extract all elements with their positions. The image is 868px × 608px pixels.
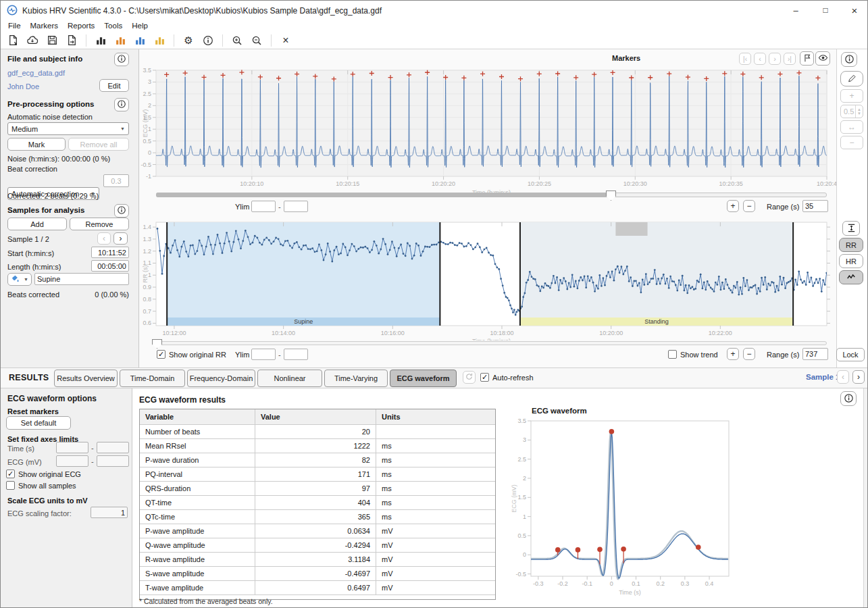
trend-view-button[interactable]: [839, 270, 863, 284]
file-name-link[interactable]: gdf_ecg_data.gdf: [7, 69, 65, 77]
ylim-min-field-top[interactable]: [251, 201, 276, 212]
tab-time-domain[interactable]: Time-Domain: [120, 370, 185, 387]
hr-view-button[interactable]: HR: [839, 254, 863, 268]
table-row[interactable]: Mean RRsel1222ms: [140, 438, 495, 453]
show-all-samples-checkbox[interactable]: [6, 481, 15, 490]
table-row[interactable]: S-wave amplitude-0.4697mV: [140, 566, 495, 580]
zoom-in-icon[interactable]: [229, 33, 245, 48]
range-decrease-button-top[interactable]: −: [743, 200, 755, 212]
close-file-icon[interactable]: ×: [278, 33, 294, 48]
time-min-field[interactable]: [56, 442, 88, 453]
sample-color-dropdown[interactable]: ▼: [7, 273, 32, 286]
file-info-help-button[interactable]: [114, 53, 129, 66]
last-marker-button[interactable]: ›|: [784, 53, 796, 65]
remove-all-button[interactable]: Remove all: [68, 138, 129, 151]
remove-sample-button[interactable]: Remove: [70, 218, 129, 230]
ylim-max-field-top[interactable]: [284, 201, 308, 212]
sample-start-field[interactable]: [91, 247, 129, 258]
tab-frequency-domain[interactable]: Frequency-Domain: [187, 370, 255, 387]
report-black-icon[interactable]: [93, 33, 109, 48]
first-marker-button[interactable]: |‹: [739, 53, 751, 65]
sample-length-field[interactable]: [91, 260, 129, 272]
set-default-button[interactable]: Set default: [6, 416, 71, 430]
samples-help-button[interactable]: [114, 204, 129, 218]
table-row[interactable]: P-wave amplitude0.0634mV: [140, 524, 495, 538]
maximize-button[interactable]: □: [811, 1, 840, 20]
close-button[interactable]: ×: [840, 1, 868, 20]
show-markers-button[interactable]: [815, 51, 830, 66]
add-beat-button[interactable]: +: [840, 89, 863, 103]
move-beat-button[interactable]: ↔: [840, 120, 863, 134]
range-increase-button-top[interactable]: +: [727, 200, 739, 212]
ylim-min-field-bottom[interactable]: [251, 349, 276, 360]
rr-scrollbar-track[interactable]: [156, 341, 827, 345]
ecg-min-field[interactable]: [56, 455, 88, 467]
refresh-button[interactable]: [463, 371, 476, 384]
table-row[interactable]: PQ-interval171ms: [140, 467, 495, 481]
ecg-waveform-plot[interactable]: -0.500.511.522.533.5-0.3-0.2-0.100.10.20…: [509, 403, 742, 606]
report-orange-icon[interactable]: [112, 33, 128, 48]
report-blue-icon[interactable]: [132, 33, 148, 48]
range-field-bottom[interactable]: [802, 348, 828, 360]
ecg-max-field[interactable]: [97, 455, 129, 467]
table-row[interactable]: QT-time404ms: [140, 495, 495, 509]
tab-ecg-waveform[interactable]: ECG waveform: [390, 370, 457, 387]
menu-item-file[interactable]: File: [3, 20, 26, 31]
prev-sample-button[interactable]: ‹: [97, 232, 111, 245]
zoom-out-icon[interactable]: [249, 33, 265, 48]
beat-threshold-stepper[interactable]: 0.5 ▲ ▼: [840, 105, 863, 118]
about-info-icon[interactable]: [200, 33, 216, 48]
add-marker-button[interactable]: [800, 51, 814, 66]
tab-nonlinear[interactable]: Nonlinear: [257, 370, 322, 387]
table-row[interactable]: Q-wave amplitude-0.4294mV: [140, 538, 495, 552]
stepper-arrows[interactable]: ▲ ▼: [855, 105, 863, 118]
preprocessing-help-button[interactable]: [114, 98, 129, 111]
report-yellow-icon[interactable]: [151, 33, 168, 48]
show-original-ecg-checkbox[interactable]: ✓: [6, 470, 15, 478]
menu-item-reports[interactable]: Reports: [63, 20, 99, 31]
next-marker-button[interactable]: ›: [769, 53, 781, 65]
ecg-strip-chart[interactable]: -1-0.500.511.522.533.510:20:1010:20:1510…: [139, 65, 838, 197]
noise-level-dropdown[interactable]: Medium ▼: [7, 122, 129, 135]
ylim-max-field-bottom[interactable]: [284, 349, 308, 360]
save-icon[interactable]: [44, 33, 60, 48]
minimize-button[interactable]: –: [781, 1, 811, 20]
tab-time-varying[interactable]: Time-Varying: [324, 370, 388, 387]
subject-name-link[interactable]: John Doe: [7, 82, 39, 91]
tab-results-overview[interactable]: Results Overview: [54, 370, 118, 387]
prev-marker-button[interactable]: ‹: [754, 53, 766, 65]
fit-vertical-button[interactable]: [842, 221, 860, 236]
rr-view-button[interactable]: RR: [839, 238, 863, 252]
results-scrollbar[interactable]: [863, 388, 868, 608]
sample-name-field[interactable]: [34, 273, 129, 285]
edit-subject-button[interactable]: Edit: [99, 79, 129, 92]
time-max-field[interactable]: [97, 442, 129, 453]
table-row[interactable]: Number of beats20: [140, 424, 495, 438]
range-decrease-button-bottom[interactable]: −: [743, 348, 755, 360]
range-increase-button-bottom[interactable]: +: [727, 348, 739, 360]
scaling-factor-field[interactable]: [91, 507, 128, 518]
mark-button[interactable]: Mark: [7, 138, 66, 151]
correction-threshold-field[interactable]: 0.3: [103, 174, 129, 187]
table-row[interactable]: T-wave amplitude0.6497mV: [140, 580, 495, 594]
prev-result-sample-button[interactable]: ‹: [837, 370, 849, 384]
menu-item-tools[interactable]: Tools: [99, 20, 127, 31]
menu-item-help[interactable]: Help: [127, 20, 153, 31]
table-row[interactable]: R-wave amplitude3.1184mV: [140, 552, 495, 566]
table-row[interactable]: QRS-duration97ms: [140, 481, 495, 495]
show-original-rr-checkbox[interactable]: ✓: [157, 350, 165, 359]
table-row[interactable]: P-wave duration82ms: [140, 453, 495, 467]
range-field-top[interactable]: [802, 200, 828, 212]
menu-item-markers[interactable]: Markers: [26, 20, 63, 31]
export-file-icon[interactable]: [63, 33, 80, 48]
cloud-download-icon[interactable]: [24, 33, 41, 48]
show-trend-checkbox[interactable]: [668, 350, 677, 359]
next-result-sample-button[interactable]: ›: [852, 370, 865, 384]
table-row[interactable]: QTc-time365ms: [140, 509, 495, 524]
auto-refresh-checkbox[interactable]: ✓: [480, 373, 489, 382]
add-sample-button[interactable]: Add: [7, 218, 67, 230]
lock-button[interactable]: Lock: [836, 348, 865, 361]
settings-gear-icon[interactable]: ⚙: [180, 33, 197, 48]
chart-help-button[interactable]: [841, 52, 857, 67]
remove-beat-button[interactable]: −: [840, 136, 863, 149]
